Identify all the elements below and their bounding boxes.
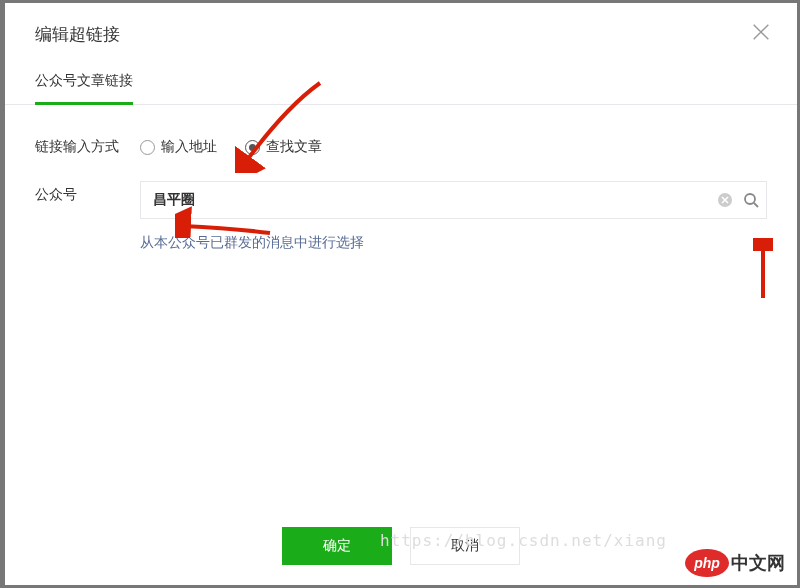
label-account: 公众号 xyxy=(35,181,140,204)
helper-link-select-sent[interactable]: 从本公众号已群发的消息中进行选择 xyxy=(140,234,767,252)
radio-search-article[interactable]: 查找文章 xyxy=(245,138,322,156)
tabs-bar: 公众号文章链接 xyxy=(5,46,797,105)
radio-icon-selected xyxy=(245,140,260,155)
php-logo-oval: php xyxy=(685,549,729,577)
tab-article-link[interactable]: 公众号文章链接 xyxy=(35,72,133,105)
edit-hyperlink-dialog: 编辑超链接 公众号文章链接 链接输入方式 输入地址 查找文章 xyxy=(5,3,797,585)
dialog-footer: 确定 取消 xyxy=(5,527,797,565)
php-logo-text: 中文网 xyxy=(731,551,785,575)
dialog-title: 编辑超链接 xyxy=(35,23,767,46)
close-button[interactable] xyxy=(750,21,772,43)
radio-icon xyxy=(140,140,155,155)
row-link-method: 链接输入方式 输入地址 查找文章 xyxy=(35,133,767,156)
radio-label: 输入地址 xyxy=(161,138,217,156)
search-icon[interactable] xyxy=(743,192,759,208)
account-search-input[interactable] xyxy=(140,181,767,219)
dialog-header: 编辑超链接 xyxy=(5,3,797,46)
php-logo: php 中文网 xyxy=(685,549,785,577)
row-account: 公众号 从本公众号已群发的消息中进行选择 xyxy=(35,181,767,252)
label-link-method: 链接输入方式 xyxy=(35,133,140,156)
radio-label: 查找文章 xyxy=(266,138,322,156)
radio-group-method: 输入地址 查找文章 xyxy=(140,133,322,156)
clear-icon[interactable] xyxy=(717,192,733,208)
close-icon xyxy=(750,21,772,43)
cancel-button[interactable]: 取消 xyxy=(410,527,520,565)
confirm-button[interactable]: 确定 xyxy=(282,527,392,565)
radio-input-url[interactable]: 输入地址 xyxy=(140,138,217,156)
svg-point-1 xyxy=(745,194,755,204)
